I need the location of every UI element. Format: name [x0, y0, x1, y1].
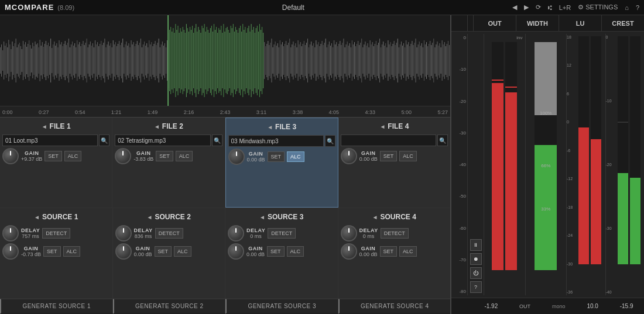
- svg-rect-155: [185, 33, 186, 88]
- svg-rect-32: [37, 43, 38, 78]
- file1-search-btn[interactable]: 🔍: [99, 134, 109, 146]
- home-button[interactable]: ⌂: [625, 4, 629, 11]
- svg-rect-356: [426, 42, 427, 79]
- source4-gain-knob[interactable]: [341, 243, 357, 260]
- file2-input[interactable]: [115, 134, 210, 146]
- files-sources-area: ◄ FILE 1 🔍 GAIN +9.37 dB SET: [0, 118, 450, 314]
- power-btn[interactable]: ⏻: [470, 267, 482, 279]
- file3-gain-label-block: GAIN 0.00 dB: [247, 151, 265, 163]
- svg-rect-94: [112, 47, 112, 74]
- source3-set-btn[interactable]: SET: [267, 246, 285, 257]
- prev-button[interactable]: ◀: [512, 4, 517, 11]
- scale-70: -70: [453, 257, 466, 263]
- svg-rect-260: [311, 42, 311, 80]
- svg-rect-308: [369, 47, 369, 74]
- source3-delay-knob[interactable]: [228, 225, 244, 241]
- svg-rect-365: [437, 42, 437, 80]
- generate-source3-btn[interactable]: GENERATE SOURCE 3: [225, 299, 338, 314]
- svg-rect-283: [338, 44, 339, 77]
- lr-button[interactable]: L+R: [559, 4, 571, 11]
- next-button[interactable]: ▶: [524, 4, 529, 11]
- svg-rect-152: [181, 32, 182, 89]
- svg-rect-121: [144, 42, 145, 80]
- files-row: ◄ FILE 1 🔍 GAIN +9.37 dB SET: [0, 118, 450, 208]
- svg-rect-339: [406, 40, 406, 81]
- generate-source4-btn[interactable]: GENERATE SOURCE 4: [338, 299, 451, 314]
- waveform-container[interactable]: // This won't execute in SVG context, us…: [0, 15, 450, 118]
- file1-alc-btn[interactable]: ALC: [64, 151, 82, 161]
- file2-gain-knob[interactable]: [115, 148, 131, 164]
- file3-set-btn[interactable]: SET: [268, 151, 285, 162]
- svg-rect-103: [122, 39, 123, 82]
- source1-delay-knob[interactable]: [2, 225, 19, 241]
- file4-alc-btn[interactable]: ALC: [399, 151, 417, 161]
- source1-gain-label-block: GAIN -0.73 dB: [21, 246, 41, 257]
- svg-rect-219: [262, 27, 262, 94]
- help-button[interactable]: ?: [636, 4, 639, 11]
- svg-rect-57: [67, 43, 68, 78]
- pause-btn[interactable]: ⏸: [470, 239, 482, 251]
- file3-input[interactable]: [228, 135, 324, 147]
- source4-set-btn[interactable]: SET: [380, 246, 398, 257]
- file2-alc-btn[interactable]: ALC: [176, 151, 193, 161]
- svg-rect-296: [354, 42, 355, 79]
- file4-gain-label-block: GAIN 0.00 dB: [359, 150, 378, 162]
- settings-button[interactable]: ⚙ SETTINGS: [578, 4, 618, 11]
- source1-alc-btn[interactable]: ALC: [63, 246, 81, 257]
- file2-gain-row: GAIN -3.83 dB SET ALC: [115, 148, 222, 164]
- svg-rect-23: [26, 47, 27, 74]
- loop-button[interactable]: ⟳: [536, 4, 541, 11]
- source3-alc-btn[interactable]: ALC: [287, 246, 304, 257]
- svg-rect-21: [24, 44, 25, 77]
- source4-delay-value: 0 ms: [363, 233, 375, 239]
- source4-delay-knob[interactable]: [341, 225, 357, 241]
- file1-gain-knob[interactable]: [2, 148, 19, 164]
- svg-rect-135: [161, 44, 162, 77]
- source1-gain-knob[interactable]: [2, 243, 19, 260]
- svg-rect-35: [41, 46, 42, 75]
- file3-gain-knob[interactable]: [228, 149, 245, 165]
- svg-rect-241: [288, 43, 289, 78]
- svg-rect-76: [90, 42, 91, 80]
- svg-rect-40: [47, 45, 47, 76]
- file4-search-btn[interactable]: 🔍: [437, 134, 448, 146]
- file2-search-btn[interactable]: 🔍: [212, 134, 222, 146]
- source4-alc-btn[interactable]: ALC: [399, 246, 417, 257]
- svg-rect-207: [247, 28, 248, 93]
- time-mark: 2:43: [220, 109, 231, 115]
- source3-gain-knob[interactable]: [228, 243, 244, 260]
- file1-input[interactable]: [2, 134, 98, 146]
- svg-rect-206: [246, 33, 246, 88]
- source2-alc-btn[interactable]: ALC: [174, 246, 191, 257]
- svg-rect-217: [259, 24, 260, 97]
- svg-rect-92: [109, 46, 110, 75]
- source2-detect-btn[interactable]: DETECT: [155, 228, 183, 239]
- source4-detect-btn[interactable]: DETECT: [381, 228, 409, 239]
- generate-source2-btn[interactable]: GENERATE SOURCE 2: [113, 299, 226, 314]
- source1-detect-btn[interactable]: DETECT: [42, 228, 70, 239]
- file1-block: ◄ FILE 1 🔍 GAIN +9.37 dB SET: [0, 118, 112, 208]
- file2-set-btn[interactable]: SET: [156, 151, 173, 161]
- generate-source1-btn[interactable]: GENERATE SOURCE 1: [0, 299, 113, 314]
- scale-60: -60: [453, 226, 466, 231]
- meter-help-btn[interactable]: ?: [470, 281, 482, 293]
- source2-set-btn[interactable]: SET: [155, 246, 172, 257]
- mono-button[interactable]: ⑆: [548, 4, 552, 11]
- svg-rect-312: [374, 46, 374, 75]
- source3-detect-btn[interactable]: DETECT: [268, 228, 296, 239]
- record-btn[interactable]: ⏺: [470, 253, 482, 265]
- source2-gain-knob[interactable]: [115, 243, 132, 260]
- file3-alc-btn[interactable]: ALC: [287, 151, 304, 162]
- file1-set-btn[interactable]: SET: [44, 151, 62, 161]
- svg-rect-272: [326, 39, 326, 82]
- generate-bar: GENERATE SOURCE 1 GENERATE SOURCE 2 GENE…: [0, 299, 450, 314]
- source1-set-btn[interactable]: SET: [43, 246, 61, 257]
- svg-rect-249: [298, 40, 299, 81]
- svg-rect-97: [115, 42, 116, 79]
- file4-input[interactable]: [341, 134, 436, 146]
- source2-delay-knob[interactable]: [115, 225, 132, 241]
- file4-gain-knob[interactable]: [341, 148, 357, 164]
- file4-set-btn[interactable]: SET: [380, 151, 398, 161]
- svg-rect-122: [145, 46, 146, 75]
- file3-search-btn[interactable]: 🔍: [325, 135, 335, 147]
